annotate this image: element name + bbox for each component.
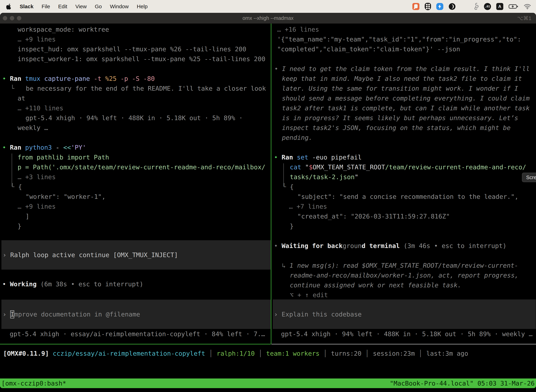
titlebar[interactable]: omx --xhigh --madmax ⌥⌘1	[0, 13, 536, 23]
menu-item-go[interactable]: Go	[95, 4, 102, 9]
terminal-line: readme-and-reco/mailbox/worker-1.json, a…	[290, 271, 518, 280]
terminal-line: "subject": "send a concise recommendatio…	[297, 192, 518, 202]
input-prompt-chevron: ›	[274, 311, 282, 318]
terminal-line: … +3 lines	[18, 172, 56, 182]
terminal-line: ⌥ + ↑ edit	[290, 290, 328, 300]
terminal-line: • Waiting for background terminal (3m 46…	[274, 241, 507, 251]
terminal-line: ↳ 1 new msg(s): read $OMX_TEAM_STATE_ROO…	[282, 261, 518, 271]
wifi-icon[interactable]	[524, 4, 531, 9]
terminal-line: workspace_mode: worktree	[18, 25, 109, 34]
terminal-line: pending.	[282, 133, 312, 143]
menu-app-name[interactable]: Slack	[20, 4, 34, 9]
prompt-input-right[interactable]: › Explain this codebase	[273, 299, 536, 329]
right-pane[interactable]: › Explain this codebase … +16 lines'{"te…	[271, 23, 536, 344]
inject-banner: › Ralph loop active continue [OMX_TMUX_I…	[1, 240, 271, 270]
inject-prompt-chevron: ›	[3, 251, 10, 258]
terminal-line: └ be necessary for the end of the README…	[10, 84, 266, 93]
input-placeholder: mprove documentation in @filename	[14, 311, 140, 318]
terminal-line: from pathlib import Path	[18, 152, 109, 162]
terminal-line: … +16 lines	[277, 25, 319, 34]
code-block-connector	[12, 154, 12, 187]
shield-grid-icon[interactable]	[425, 3, 431, 10]
terminal-line: later. Using the same for transition mig…	[282, 84, 518, 93]
terminal-line: • I need to get the claim token from the…	[274, 64, 530, 74]
terminal-line: inspect_worker-1: omx sparkshell --tmux-…	[18, 54, 265, 64]
terminal-line: is in progress? It seems likely but perh…	[282, 113, 518, 123]
prompt-input-left[interactable]: › Improve documentation in @filename	[1, 300, 271, 329]
terminal-line: at	[18, 93, 25, 103]
terminal-line: cat "$OMX_TEAM_STATE_ROOT/team/review-cu…	[290, 162, 526, 172]
window-title: omx --xhigh --madmax	[0, 13, 536, 23]
blue-badge-icon[interactable]	[436, 3, 443, 10]
input-source-icon[interactable]: A	[496, 3, 503, 10]
apple-icon	[6, 3, 12, 10]
terminal-window: omx --xhigh --madmax ⌥⌘1 › Ralph loop ac…	[0, 13, 536, 388]
pane-border-bottom-right	[271, 344, 536, 344]
terminal-line: ]	[25, 211, 29, 221]
terminal-line: gpt-5.4 xhigh · 94% left · 488K in · 5.1…	[281, 329, 532, 339]
apple-menu[interactable]	[6, 3, 12, 10]
window-shortcut-hint: ⌥⌘1	[517, 13, 531, 23]
terminal-line: continue assigned work or next feasible …	[290, 280, 461, 290]
input-placeholder: Explain this codebase	[282, 311, 362, 318]
terminal-line: weekly …	[18, 123, 48, 133]
tmux-session-label: [omx-cczip0:bash*	[1, 380, 66, 387]
terminal-line: … +9 lines	[18, 34, 56, 44]
squiggle-icon[interactable]	[473, 3, 479, 10]
menu-item-edit[interactable]: Edit	[58, 4, 67, 9]
menu-bar: Slack File Edit View Go Window Help ..61…	[0, 0, 536, 13]
terminal-line: inspect_hud: omx sparkshell --tmux-pane …	[18, 44, 246, 54]
terminal-line: • Ran set -euo pipefail	[274, 152, 362, 162]
pane-divider[interactable]	[271, 23, 271, 344]
terminal-line: "created_at": "2026-03-31T11:59:27.816Z"	[297, 211, 450, 221]
terminal-line: "worker": "worker-1",	[25, 192, 105, 202]
chat-app-icon[interactable]	[412, 3, 419, 10]
tooltip: Scre	[522, 173, 536, 182]
terminal[interactable]: › Ralph loop active continue [OMX_TMUX_I…	[0, 23, 536, 378]
input-prompt-chevron: ›	[3, 311, 10, 318]
dots-grid-icon[interactable]	[461, 3, 467, 10]
terminal-line: gpt-5.4 xhigh · 94% left · 488K in · 5.1…	[25, 113, 243, 123]
terminal-line: • Working (6m 38s • esc to interrupt)	[2, 279, 143, 289]
terminal-line: should send a message before completing …	[282, 93, 530, 103]
terminal-line: }	[18, 221, 21, 231]
terminal-line: • Ran python3 - <<'PY'	[2, 143, 86, 152]
tmux-status-bar: [omx-cczip0:bash* "MacBook-Pro-44.local"…	[0, 378, 536, 388]
terminal-line: "completed","claim_token":"claim-token"}…	[277, 44, 460, 54]
terminal-line: tasks/task-2.json"	[290, 172, 358, 182]
terminal-line: … +110 lines	[18, 103, 63, 113]
left-pane[interactable]: › Ralph loop active continue [OMX_TMUX_I…	[0, 23, 271, 344]
terminal-line: p = Path('.omx/state/team/review-current…	[18, 162, 265, 172]
count-badge-icon[interactable]: ..61	[484, 3, 491, 10]
menu-item-file[interactable]: File	[42, 4, 50, 9]
terminal-line: keep that in mind. Maybe I also need the…	[282, 74, 522, 84]
menu-item-help[interactable]: Help	[137, 4, 148, 9]
menu-item-view[interactable]: View	[75, 4, 86, 9]
terminal-line: … +7 lines	[289, 202, 327, 211]
text-cursor: I	[10, 310, 14, 318]
crescent-app-icon[interactable]	[449, 3, 456, 10]
terminal-line: … +9 lines	[18, 202, 56, 211]
terminal-line: gpt-5.4 xhigh · essay/ai-reimplementatio…	[10, 329, 265, 339]
terminal-line: └ {	[10, 182, 22, 192]
terminal-line: '{"team_name":"my-team","task_id":"1","f…	[277, 34, 521, 44]
terminal-line: [OMX#0.11.9] cczip/essay/ai-reimplementa…	[3, 349, 468, 359]
terminal-line: task2 after task1 is complete, but can I…	[282, 103, 530, 113]
tmux-host-clock: "MacBook-Pro-44.local" 05:03 31-Mar-26	[390, 380, 535, 387]
inject-text: Ralph loop active continue [OMX_TMUX_INJ…	[10, 251, 178, 258]
terminal-line: └ {	[282, 182, 294, 192]
terminal-line: inspect task2's JSON, focusing on the st…	[282, 123, 511, 133]
terminal-line: }	[290, 221, 294, 231]
pane-border-bottom-left	[0, 344, 271, 344]
menu-item-window[interactable]: Window	[110, 4, 129, 9]
terminal-line: • Ran tmux capture-pane -t %25 -p -S -80	[2, 74, 155, 84]
battery-icon[interactable]	[509, 4, 518, 9]
